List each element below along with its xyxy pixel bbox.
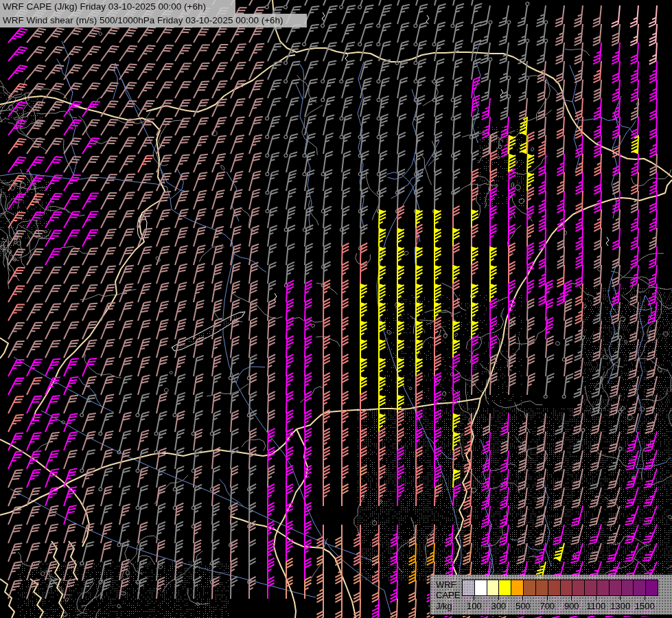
- colorbar-cell-1000: [584, 580, 596, 595]
- title-line-cape: WRF CAPE (J/kg) Friday 03-10-2025 00:00 …: [0, 0, 235, 14]
- weather-map-screen: WRF CAPE (J/kg) Friday 03-10-2025 00:00 …: [0, 0, 672, 618]
- colorbar-cell-1300: [621, 580, 634, 595]
- colorbar-tick-label: 500: [515, 601, 531, 611]
- title-line-windshear: WRF Wind shear (m/s) 500/1000hPa Friday …: [0, 14, 307, 27]
- colorbar-tick: [571, 595, 572, 600]
- colorbar-tick: [596, 595, 596, 600]
- legend-label-model: WRF: [436, 580, 456, 589]
- cape-legend: WRF CAPE J/kg 10030050070090011001300150…: [430, 575, 672, 616]
- colorbar-tick-label: 900: [564, 601, 579, 611]
- colorbar-cell-500: [523, 580, 535, 595]
- colorbar-tick: [474, 595, 474, 600]
- map-canvas: [0, 0, 672, 618]
- colorbar-cell-400: [511, 580, 523, 595]
- colorbar-tick: [645, 595, 645, 600]
- colorbar-cell-1500: [645, 580, 658, 595]
- legend-label-unit: J/kg: [436, 602, 452, 610]
- colorbar-tick-label: 100: [467, 601, 482, 611]
- colorbar-cell-900: [572, 580, 584, 595]
- legend-label-variable: CAPE: [436, 591, 460, 599]
- colorbar-tick: [522, 595, 523, 600]
- colorbar-tick-label: 1300: [610, 601, 630, 611]
- colorbar-cell-1400: [633, 580, 645, 595]
- legend-colorbar: [462, 580, 658, 596]
- colorbar-cell-800: [560, 580, 572, 595]
- colorbar-cell-200: [487, 580, 499, 595]
- colorbar-tick-label: 700: [540, 601, 555, 611]
- colorbar-tick-label: 1100: [586, 601, 605, 611]
- colorbar-cell-1200: [609, 580, 621, 595]
- colorbar-cell-300: [498, 580, 511, 595]
- colorbar-cell-600: [535, 580, 548, 595]
- colorbar-tick-label: 300: [491, 601, 506, 611]
- colorbar-cell-1100: [596, 580, 609, 595]
- colorbar-tick: [498, 595, 499, 600]
- colorbar-cell-100: [474, 580, 487, 595]
- colorbar-tick-label: 1500: [635, 601, 655, 611]
- colorbar-cell-700: [548, 580, 560, 595]
- colorbar-cell-0: [463, 580, 474, 595]
- colorbar-tick: [620, 595, 621, 600]
- colorbar-tick: [547, 595, 548, 600]
